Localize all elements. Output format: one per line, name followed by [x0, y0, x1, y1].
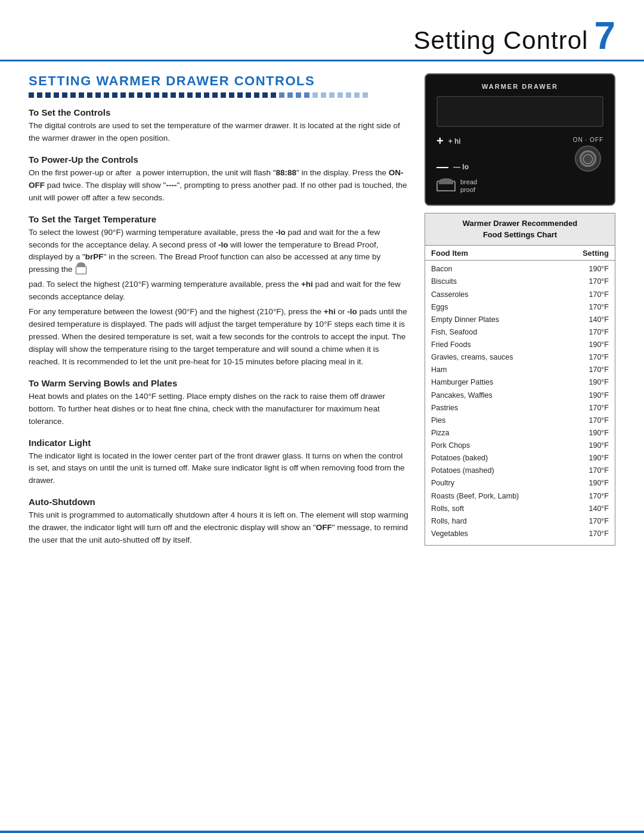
- device-controls: + + hi — — lo ON · OFF ◯: [436, 134, 603, 174]
- device-panel-title: WARMER DRAWER: [436, 83, 603, 90]
- chart-food-item: Eggs: [431, 302, 448, 312]
- device-plus-row: + + hi: [436, 134, 469, 148]
- subsection-heading: Indicator Light: [29, 438, 410, 448]
- subsection-auto-shutdown: Auto-Shutdown This unit is programmed to…: [29, 497, 410, 547]
- chart-food-item: Hamburger Patties: [431, 377, 493, 388]
- chart-header-text: Warmer Drawer Recommended Food Settings …: [431, 218, 609, 240]
- device-minus-row: — — lo: [436, 160, 469, 174]
- dot: [154, 92, 159, 98]
- dot: [304, 92, 309, 98]
- main-content: SETTING WARMER DRAWER CONTROLS: [0, 61, 644, 556]
- dot: [312, 92, 318, 98]
- bread-proof-icon-inline: [76, 266, 86, 274]
- subsection-set-temp: To Set the Target Temperature To select …: [29, 214, 410, 368]
- chart-setting-value: 170°F: [589, 302, 609, 312]
- chart-setting-value: 170°F: [589, 276, 609, 287]
- page-number: 7: [594, 17, 615, 55]
- dot: [221, 92, 226, 98]
- dot: [321, 92, 326, 98]
- chart-food-item: Gravies, creams, sauces: [431, 352, 513, 363]
- power-icon: ◯: [583, 153, 593, 164]
- chart-setting-value: 170°F: [589, 402, 609, 413]
- dot: [112, 92, 117, 98]
- chart-row: Vegetables170°F: [431, 527, 609, 540]
- onoff-button[interactable]: ◯: [575, 145, 601, 172]
- chart-row: Potatoes (baked)190°F: [431, 452, 609, 465]
- device-buttons: + + hi — — lo: [436, 134, 469, 174]
- subsection-heading: To Set the Controls: [29, 107, 410, 117]
- chart-food-item: Casseroles: [431, 289, 469, 300]
- chart-row: Rolls, soft140°F: [431, 502, 609, 515]
- subsection-heading: To Set the Target Temperature: [29, 214, 410, 224]
- chart-food-item: Rolls, soft: [431, 503, 464, 514]
- dot: [137, 92, 143, 98]
- dot-separator: [29, 92, 410, 98]
- chart-row: Fish, Seafood170°F: [431, 326, 609, 338]
- hi-label: + hi: [448, 137, 461, 145]
- chart-setting-value: 170°F: [589, 352, 609, 363]
- chart-row: Rolls, hard170°F: [431, 515, 609, 527]
- chart-setting-value: 170°F: [589, 491, 609, 501]
- chart-food-item: Bacon: [431, 264, 452, 274]
- chart-row: Pizza190°F: [431, 426, 609, 439]
- subsection-indicator: Indicator Light The indicator light is l…: [29, 438, 410, 488]
- chart-row: Potatoes (mashed)170°F: [431, 465, 609, 477]
- dot: [354, 92, 360, 98]
- dot: [70, 92, 76, 98]
- dot: [338, 92, 343, 98]
- chart-food-item: Potatoes (mashed): [431, 465, 494, 476]
- subsection-body: The indicator light is located in the lo…: [29, 450, 410, 488]
- dot: [237, 92, 243, 98]
- dot: [79, 92, 84, 98]
- chart-setting-value: 190°F: [589, 264, 609, 274]
- subsection-heading: To Warm Serving Bowls and Plates: [29, 378, 410, 388]
- device-panel: WARMER DRAWER + + hi — — lo ON · OFF: [425, 73, 615, 206]
- chart-row: Fried Foods190°F: [431, 339, 609, 351]
- subsection-body: Heat bowls and plates on the 140°F setti…: [29, 391, 410, 428]
- right-column: WARMER DRAWER + + hi — — lo ON · OFF: [425, 61, 615, 556]
- chart-setting-value: 140°F: [589, 314, 609, 325]
- chart-setting-value: 170°F: [589, 516, 609, 527]
- subsection-body: The digital controls are used to set the…: [29, 120, 410, 145]
- chart-row: Casseroles170°F: [431, 288, 609, 301]
- dot: [54, 92, 59, 98]
- dot: [62, 92, 67, 98]
- page-title: Setting Control: [414, 26, 589, 55]
- left-column: SETTING WARMER DRAWER CONTROLS: [29, 61, 410, 556]
- chart-setting-value: 170°F: [589, 364, 609, 375]
- dot: [229, 92, 234, 98]
- subsection-set-controls: To Set the Controls The digital controls…: [29, 107, 410, 145]
- chart-setting-value: 190°F: [589, 339, 609, 350]
- chart-header: Warmer Drawer Recommended Food Settings …: [425, 213, 615, 245]
- col-setting-header: Setting: [583, 249, 609, 258]
- dot: [45, 92, 51, 98]
- lo-label: — lo: [453, 163, 469, 171]
- dot: [271, 92, 276, 98]
- onoff-label: ON · OFF: [573, 137, 603, 143]
- chart-food-item: Fish, Seafood: [431, 327, 477, 337]
- dot: [254, 92, 259, 98]
- chart-food-item: Pancakes, Waffles: [431, 390, 493, 401]
- chart-food-item: Roasts (Beef, Pork, Lamb): [431, 491, 519, 501]
- bread-proof-label: breadproof: [460, 178, 477, 194]
- dot: [363, 92, 368, 98]
- chart-food-item: Biscuits: [431, 276, 457, 287]
- device-onoff-area: ON · OFF ◯: [573, 137, 603, 172]
- chart-food-item: Pork Chops: [431, 440, 470, 451]
- dot: [279, 92, 284, 98]
- minus-symbol: —: [436, 160, 448, 174]
- subsection-body3: For any temperature between the lowest (…: [29, 306, 410, 368]
- page-header: Setting Control 7: [0, 0, 644, 61]
- subsection-body: On the first power-up or after a power i…: [29, 167, 410, 205]
- dot: [287, 92, 293, 98]
- plus-symbol: +: [436, 134, 444, 148]
- dot: [187, 92, 193, 98]
- chart-setting-value: 170°F: [589, 289, 609, 300]
- subsection-heading: Auto-Shutdown: [29, 497, 410, 507]
- subsection-body2: pad. To select the highest (210°F) warmi…: [29, 278, 410, 304]
- chart-food-item: Pastries: [431, 402, 458, 413]
- device-display: [436, 96, 603, 127]
- dot: [87, 92, 92, 98]
- chart-food-item: Empty Dinner Plates: [431, 314, 499, 325]
- chart-row: Poultry190°F: [431, 477, 609, 490]
